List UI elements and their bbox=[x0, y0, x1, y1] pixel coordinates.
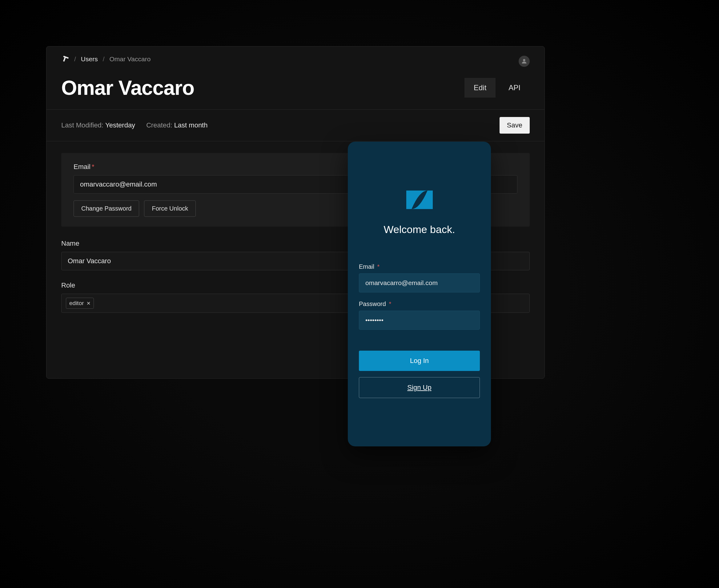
force-unlock-button[interactable]: Force Unlock bbox=[144, 201, 196, 217]
login-password-label: Password * bbox=[359, 300, 480, 308]
page-title: Omar Vaccaro bbox=[61, 76, 194, 100]
breadcrumb-current: Omar Vaccaro bbox=[110, 56, 151, 63]
avatar[interactable] bbox=[519, 56, 530, 67]
login-form: Email * Password * Log In Sign Up bbox=[359, 263, 480, 398]
close-icon[interactable]: ✕ bbox=[86, 300, 90, 306]
meta-bar: Last Modified: Yesterday Created: Last m… bbox=[46, 109, 545, 141]
breadcrumb-separator: / bbox=[74, 56, 76, 63]
role-tag: editor ✕ bbox=[66, 298, 94, 309]
required-indicator: * bbox=[377, 263, 380, 270]
required-indicator: * bbox=[92, 163, 94, 171]
svg-point-0 bbox=[523, 59, 525, 61]
app-logo-icon bbox=[406, 188, 433, 212]
created-label: Created: bbox=[146, 121, 174, 129]
login-logo-wrap bbox=[359, 188, 480, 212]
welcome-heading: Welcome back. bbox=[359, 224, 480, 235]
login-password-label-text: Password bbox=[359, 300, 386, 307]
login-password-input[interactable] bbox=[359, 311, 480, 330]
email-label-text: Email bbox=[73, 163, 90, 171]
created: Created: Last month bbox=[146, 121, 208, 129]
created-value: Last month bbox=[174, 121, 208, 129]
tabs: Edit API bbox=[464, 78, 530, 98]
signup-button[interactable]: Sign Up bbox=[359, 377, 480, 398]
breadcrumb-users-link[interactable]: Users bbox=[81, 56, 98, 63]
meta-info: Last Modified: Yesterday Created: Last m… bbox=[61, 121, 208, 129]
last-modified-value: Yesterday bbox=[105, 121, 135, 129]
last-modified: Last Modified: Yesterday bbox=[61, 121, 135, 129]
role-tag-label: editor bbox=[69, 300, 84, 307]
brand-icon[interactable] bbox=[61, 55, 69, 63]
change-password-button[interactable]: Change Password bbox=[73, 201, 139, 217]
breadcrumb-separator: / bbox=[103, 56, 105, 63]
tab-api[interactable]: API bbox=[499, 78, 530, 98]
required-indicator: * bbox=[389, 300, 391, 307]
login-email-label-text: Email bbox=[359, 263, 374, 270]
breadcrumb: / Users / Omar Vaccaro bbox=[61, 55, 530, 63]
login-card: Welcome back. Email * Password * Log In … bbox=[348, 142, 491, 446]
title-row: Omar Vaccaro Edit API bbox=[61, 76, 530, 109]
panel-header: / Users / Omar Vaccaro Omar Vaccaro Edit… bbox=[46, 46, 545, 109]
last-modified-label: Last Modified: bbox=[61, 121, 105, 129]
login-email-input[interactable] bbox=[359, 273, 480, 292]
tab-edit[interactable]: Edit bbox=[464, 78, 495, 98]
save-button[interactable]: Save bbox=[500, 117, 530, 133]
login-email-label: Email * bbox=[359, 263, 480, 270]
login-button[interactable]: Log In bbox=[359, 351, 480, 371]
